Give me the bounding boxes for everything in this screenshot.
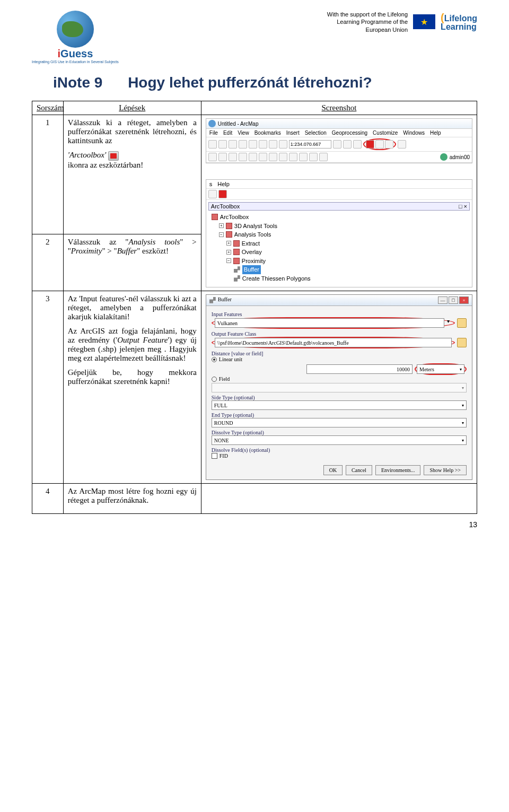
fid-checkbox[interactable] — [212, 453, 217, 459]
screenshot-cell: Untitled - ArcMap File Edit View Bookmar… — [201, 115, 477, 291]
toolbar-button[interactable] — [269, 140, 277, 149]
header-shot: Screenshot — [201, 101, 477, 115]
tree-item[interactable]: Proximity — [242, 257, 266, 266]
toolbar-button[interactable] — [385, 140, 393, 149]
show-help-button[interactable]: Show Help >> — [424, 465, 467, 475]
toolbar-button[interactable] — [279, 153, 287, 161]
toolset-icon — [233, 258, 240, 264]
radio-label: Field — [219, 376, 230, 382]
toolbar-button[interactable] — [269, 153, 277, 161]
toolbar-button[interactable] — [259, 140, 267, 149]
toolbar-button[interactable] — [343, 140, 352, 149]
toolbar-button[interactable] — [229, 153, 237, 161]
menu-item[interactable]: Geoprocessing — [332, 130, 367, 136]
support-text: With the support of the Lifelong Learnin… — [327, 11, 408, 33]
label-output: Output Feature Class — [212, 331, 467, 337]
user-label: admin00 — [450, 154, 470, 160]
toolbar-button[interactable] — [299, 153, 308, 161]
window-title: Untitled - ArcMap — [218, 121, 259, 127]
step-text: Válasszuk az "Analysis tools" > "Proximi… — [63, 234, 201, 291]
arctoolbox-button[interactable] — [366, 140, 374, 149]
browse-button[interactable] — [457, 318, 467, 328]
toolbar-button[interactable] — [208, 153, 217, 161]
tree-item[interactable]: Create Thiessen Polygons — [242, 274, 311, 283]
label-distance: Distance [value or field] — [212, 351, 467, 356]
menu-item[interactable]: Customize — [373, 130, 398, 136]
toolbar-button[interactable] — [259, 153, 267, 161]
support-line-1: With the support of the Lifelong — [327, 11, 408, 18]
globe-icon — [57, 11, 94, 48]
maximize-button[interactable]: □ — [449, 296, 458, 304]
toolbar-row-1: 1:234.070.667 — [206, 137, 472, 152]
end-type-select[interactable]: ROUND▾ — [212, 418, 467, 427]
close-button[interactable]: × — [459, 296, 469, 304]
arctoolbox-button[interactable] — [218, 190, 227, 198]
tree-item-selected[interactable]: Buffer — [242, 265, 261, 274]
toolbar-button[interactable] — [218, 140, 227, 149]
menu-item[interactable]: View — [238, 130, 249, 136]
tree-item[interactable]: Overlay — [242, 248, 262, 257]
toolbox-icon — [226, 223, 232, 229]
side-type-select[interactable]: FULL▾ — [212, 400, 467, 410]
ok-button[interactable]: OK — [323, 465, 343, 475]
minimize-button[interactable]: — — [438, 296, 447, 304]
menu-item[interactable]: Help — [217, 181, 230, 187]
dissolve-type-select[interactable]: NONE▾ — [212, 435, 467, 445]
toolbar-button[interactable] — [208, 140, 217, 149]
expand-icon[interactable]: + — [219, 223, 224, 228]
user-icon — [440, 153, 447, 161]
collapse-icon[interactable]: − — [219, 232, 224, 237]
toolbar-button[interactable] — [249, 153, 257, 161]
distance-unit-select[interactable]: Meters▾ — [417, 364, 464, 374]
toolbox-icon — [226, 231, 232, 238]
toolbar-button[interactable] — [289, 153, 297, 161]
toolbar-button[interactable] — [398, 140, 406, 149]
environments-button[interactable]: Environments... — [375, 465, 421, 475]
support-line-3: European Union — [327, 26, 408, 33]
toolbar-button[interactable] — [218, 153, 227, 161]
toolbar-button[interactable] — [319, 153, 328, 161]
step-text: Válasszuk ki a réteget, amelyben a puffe… — [63, 115, 201, 234]
arctoolbox-icon — [108, 151, 119, 161]
screenshot-cell: Buffer — □ × Input Features Vulkanen ▾ — [201, 291, 477, 484]
iguess-logo: iGuess Integrating GIS Use in Education … — [32, 11, 119, 64]
toolbar-button[interactable] — [249, 140, 257, 149]
expand-icon[interactable]: + — [226, 250, 231, 255]
input-features-field[interactable]: Vulkanen — [215, 318, 444, 328]
menu-item[interactable]: Windows — [403, 130, 425, 136]
eu-flag-icon — [413, 14, 435, 29]
menu-item[interactable]: Insert — [286, 130, 300, 136]
toolbar-button[interactable] — [375, 140, 384, 149]
radio-field[interactable] — [212, 377, 217, 382]
panel-controls[interactable]: □ × — [459, 203, 467, 209]
toolbar-button[interactable] — [333, 140, 341, 149]
menu-item[interactable]: Help — [430, 130, 441, 136]
menubar: File Edit View Bookmarks Insert Selectio… — [206, 129, 472, 137]
menu-item[interactable]: Edit — [223, 130, 232, 136]
toolbar-button[interactable] — [229, 140, 237, 149]
tree-item[interactable]: ArcToolbox — [220, 213, 249, 222]
radio-linear[interactable] — [212, 357, 217, 362]
toolbar-button[interactable] — [279, 140, 287, 149]
collapse-icon[interactable]: − — [226, 258, 231, 263]
toolbar-button[interactable] — [239, 140, 247, 149]
field-select-disabled: ▾ — [212, 383, 467, 392]
menu-item[interactable]: File — [209, 130, 218, 136]
scale-input[interactable]: 1:234.070.667 — [289, 140, 331, 149]
toolbar-button[interactable] — [353, 140, 362, 149]
toolbar-button[interactable] — [208, 190, 217, 198]
browse-button[interactable] — [457, 338, 467, 347]
tool-icon — [209, 297, 216, 303]
toolbar-button[interactable] — [309, 153, 318, 161]
output-field[interactable]: \\psf\Home\Documents\ArcGIS\Default.gdb\… — [215, 338, 452, 347]
toolbar-button[interactable] — [239, 153, 247, 161]
tree-item[interactable]: Extract — [242, 239, 260, 248]
menu-item[interactable]: Selection — [305, 130, 327, 136]
menu-item[interactable]: Bookmarks — [254, 130, 281, 136]
cancel-button[interactable]: Cancel — [346, 465, 372, 475]
expand-icon[interactable]: + — [226, 241, 231, 246]
distance-value[interactable]: 10000 — [306, 364, 413, 374]
tree-item[interactable]: Analysis Tools — [234, 230, 271, 239]
eu-support-block: With the support of the Lifelong Learnin… — [327, 11, 477, 33]
tree-item[interactable]: 3D Analyst Tools — [234, 222, 277, 231]
